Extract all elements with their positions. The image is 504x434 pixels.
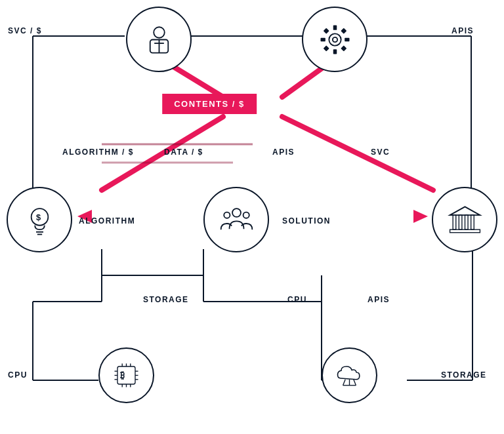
cloud-icon bbox=[335, 361, 364, 390]
svg-line-73 bbox=[354, 380, 356, 385]
svg-rect-52 bbox=[453, 215, 456, 229]
cpu-label-bottom-left: CPU bbox=[8, 370, 28, 380]
svg-rect-41 bbox=[341, 28, 346, 33]
storage-label-bottom-right: STORAGE bbox=[441, 370, 487, 380]
svc-dollar-label-top: SVC / $ bbox=[8, 26, 42, 35]
cpu-label-bottom-center: CPU bbox=[287, 295, 307, 304]
group-circle bbox=[203, 187, 269, 252]
svg-rect-54 bbox=[465, 215, 468, 229]
crypto-circle: ₿ bbox=[98, 347, 154, 403]
storage-label-bottom: STORAGE bbox=[143, 295, 189, 304]
architecture-diagram: SVC / $ APIS CONTENTS / $ ALGORITHM / $ … bbox=[0, 0, 504, 434]
lightbulb-circle: $ bbox=[7, 187, 72, 252]
gear-circle bbox=[302, 7, 368, 72]
svg-point-48 bbox=[232, 208, 241, 217]
bank-icon bbox=[447, 202, 483, 238]
svg-text:$: $ bbox=[36, 212, 41, 222]
contents-badge: CONTENTS / $ bbox=[162, 94, 257, 114]
person-circle bbox=[126, 7, 192, 72]
gear-icon bbox=[317, 22, 353, 58]
svg-line-25 bbox=[282, 117, 433, 190]
person-icon bbox=[141, 22, 177, 58]
svg-marker-27 bbox=[413, 210, 428, 223]
svg-rect-37 bbox=[333, 49, 337, 54]
svg-rect-39 bbox=[345, 37, 349, 41]
apis-label-top: APIS bbox=[452, 26, 474, 35]
apis-label-bottom: APIS bbox=[368, 295, 390, 304]
crypto-icon: ₿ bbox=[112, 361, 141, 390]
svg-marker-51 bbox=[450, 207, 480, 215]
svg-rect-42 bbox=[323, 45, 329, 51]
cloud-circle bbox=[322, 347, 377, 403]
svg-point-30 bbox=[154, 27, 165, 38]
group-icon bbox=[219, 202, 255, 238]
lightbulb-icon: $ bbox=[22, 202, 58, 238]
bank-circle bbox=[432, 187, 497, 252]
svg-rect-38 bbox=[320, 37, 325, 41]
svg-line-71 bbox=[343, 380, 346, 385]
svg-rect-36 bbox=[333, 25, 337, 30]
svg-rect-53 bbox=[459, 215, 462, 229]
svg-text:₿: ₿ bbox=[120, 370, 125, 380]
svg-rect-40 bbox=[323, 28, 329, 33]
svc-label-mid: SVC bbox=[371, 148, 390, 157]
svg-point-35 bbox=[332, 37, 337, 41]
algorithm-label: ALGORITHM bbox=[79, 216, 135, 226]
svg-rect-43 bbox=[341, 45, 346, 51]
apis-label-mid: APIS bbox=[272, 148, 295, 157]
svg-point-34 bbox=[329, 33, 341, 45]
svg-point-50 bbox=[243, 212, 249, 218]
svg-point-49 bbox=[224, 212, 230, 218]
data-dollar-label: DATA / $ bbox=[164, 148, 203, 157]
svg-rect-55 bbox=[471, 215, 474, 229]
solution-label: SOLUTION bbox=[282, 216, 331, 226]
algorithm-dollar-label: ALGORITHM / $ bbox=[62, 148, 134, 157]
svg-rect-56 bbox=[450, 229, 480, 233]
